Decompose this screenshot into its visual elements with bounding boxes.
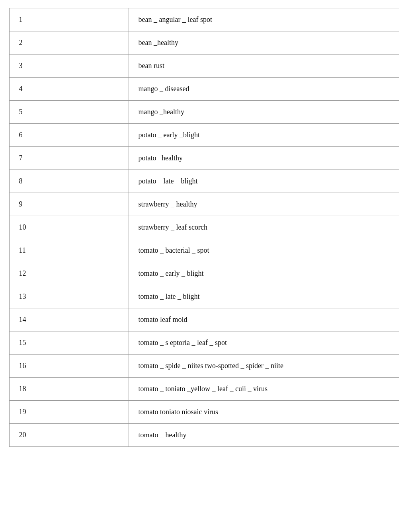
row-label: potato _healthy [129, 147, 399, 170]
table-row: 20tomato _ healthy [10, 424, 399, 446]
row-number: 15 [10, 331, 129, 354]
row-label: tomato _ toniato _yellow _ leaf _ cuii _… [129, 378, 399, 400]
table-row: 19tomato toniato niosaic virus [10, 401, 399, 424]
table-row: 13tomato _ late _ blight [10, 285, 399, 308]
row-number: 12 [10, 262, 129, 285]
row-number: 18 [10, 378, 129, 400]
row-label: tomato leaf mold [129, 308, 399, 331]
row-number: 3 [10, 55, 129, 77]
table-row: 4mango _ diseased [10, 78, 399, 101]
row-label: tomato _ s eptoria _ leaf _ spot [129, 331, 399, 354]
row-number: 7 [10, 147, 129, 170]
row-number: 8 [10, 170, 129, 193]
table-row: 9strawberry _ healthy [10, 193, 399, 216]
table-row: 7potato _healthy [10, 147, 399, 170]
table-row: 1bean _ angular _ leaf spot [10, 8, 399, 31]
row-number: 14 [10, 308, 129, 331]
table-row: 3bean rust [10, 55, 399, 78]
row-number: 4 [10, 78, 129, 100]
row-number: 2 [10, 31, 129, 54]
table-row: 10strawberry _ leaf scorch [10, 216, 399, 239]
row-label: tomato _ late _ blight [129, 285, 399, 308]
table-row: 11tomato _ bacterial _ spot [10, 239, 399, 262]
row-number: 1 [10, 8, 129, 31]
row-label: strawberry _ healthy [129, 193, 399, 216]
row-label: tomato _ spide _ niites two-spotted _ sp… [129, 355, 399, 377]
row-label: bean _ angular _ leaf spot [129, 8, 399, 31]
row-number: 10 [10, 216, 129, 239]
table-row: 8potato _ late _ blight [10, 170, 399, 193]
table-row: 16tomato _ spide _ niites two-spotted _ … [10, 355, 399, 378]
table-row: 12tomato _ early _ blight [10, 262, 399, 285]
row-number: 16 [10, 355, 129, 377]
table-row: 2bean _healthy [10, 31, 399, 55]
row-label: bean rust [129, 55, 399, 77]
table-row: 15tomato _ s eptoria _ leaf _ spot [10, 331, 399, 355]
row-number: 9 [10, 193, 129, 216]
table-row: 18tomato _ toniato _yellow _ leaf _ cuii… [10, 378, 399, 401]
row-number: 19 [10, 401, 129, 423]
table-row: 5mango _healthy [10, 101, 399, 124]
table-row: 6potato _ early _blight [10, 124, 399, 147]
row-number: 20 [10, 424, 129, 446]
row-number: 5 [10, 101, 129, 123]
row-label: strawberry _ leaf scorch [129, 216, 399, 239]
row-label: potato _ early _blight [129, 124, 399, 146]
row-label: tomato _ bacterial _ spot [129, 239, 399, 262]
main-table: 1bean _ angular _ leaf spot2bean _health… [9, 8, 399, 447]
row-number: 6 [10, 124, 129, 146]
row-number: 13 [10, 285, 129, 308]
row-label: tomato _ healthy [129, 424, 399, 446]
row-number: 11 [10, 239, 129, 262]
row-label: tomato toniato niosaic virus [129, 401, 399, 423]
row-label: tomato _ early _ blight [129, 262, 399, 285]
row-label: mango _healthy [129, 101, 399, 123]
row-label: potato _ late _ blight [129, 170, 399, 193]
row-label: bean _healthy [129, 31, 399, 54]
row-label: mango _ diseased [129, 78, 399, 100]
table-row: 14tomato leaf mold [10, 308, 399, 331]
